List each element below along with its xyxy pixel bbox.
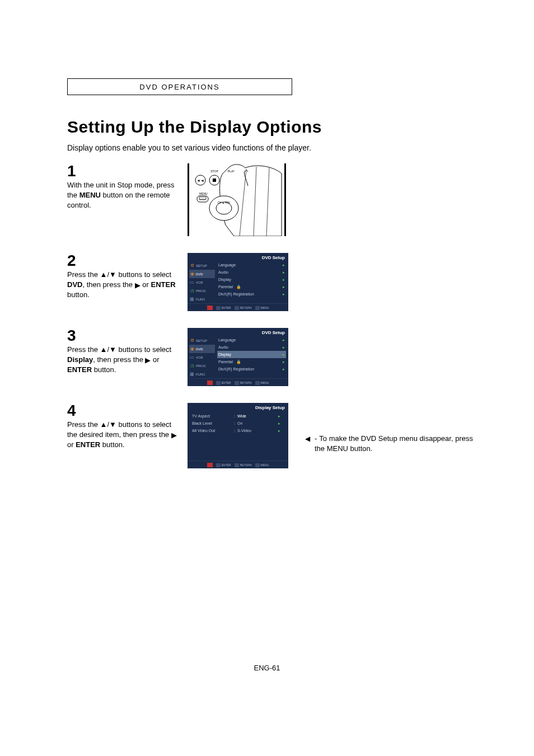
step-3-row: 3 Press the ▲/▼ buttons to select Displa…	[67, 328, 478, 386]
func-icon: ▦	[189, 297, 195, 302]
section-tab-label: DVD OPERATIONS	[139, 83, 219, 91]
red-box-icon	[207, 306, 213, 310]
red-box-icon	[207, 381, 213, 385]
arrow-right-icon: ▸	[283, 360, 285, 364]
arrow-right-icon: ▸	[283, 285, 285, 289]
arrow-right-icon: ▸	[278, 414, 284, 419]
svg-text:CH ▲ TRK: CH ▲ TRK	[218, 201, 230, 204]
red-box-icon	[207, 463, 213, 467]
right-triangle-icon: ▶	[145, 355, 151, 365]
step-2-body: Press the ▲/▼ buttons to select DVD, the…	[67, 270, 179, 300]
dvd-setup-osd-2: DVD Setup ⚙SETUP ◉DVD ▭VCR ◷PROG ▦FUNC L…	[188, 328, 288, 386]
step-1-num: 1	[67, 163, 179, 179]
dvd-setup-osd-1: DVD Setup ⚙SETUP ◉DVD ▭VCR ◷PROG ▦FUNC L…	[188, 253, 288, 311]
display-setup-osd: Display Setup TV Aspect:Wide▸ Black Leve…	[188, 403, 288, 468]
right-triangle-icon: ▶	[135, 280, 140, 290]
lock-icon: 🔒	[236, 360, 241, 364]
svg-text:MENU: MENU	[199, 192, 208, 195]
right-triangle-icon: ▶	[171, 430, 177, 440]
disc-icon: ◉	[189, 271, 195, 277]
arrow-right-icon: ▸	[283, 278, 285, 282]
arrow-right-icon: ▸	[283, 338, 285, 342]
svg-rect-3	[213, 179, 216, 182]
arrow-right-icon: ▸	[283, 263, 285, 267]
arrow-right-icon: ▸	[283, 345, 285, 350]
step-3-num: 3	[67, 328, 179, 344]
step-2-num: 2	[67, 253, 179, 269]
gear-icon: ⚙	[189, 263, 195, 269]
svg-text:◄◄: ◄◄	[196, 179, 204, 182]
arrow-right-icon: ▸	[283, 367, 285, 372]
side-note: ◀ -To make the DVD Setup menu disappear,…	[305, 434, 473, 454]
arrow-right-icon: ▸	[283, 353, 285, 357]
arrow-right-icon: ▸	[278, 429, 284, 433]
gear-icon: ⚙	[189, 338, 195, 344]
disc-icon: ◉	[189, 346, 195, 352]
section-tab: DVD OPERATIONS	[67, 78, 292, 95]
lock-icon: 🔒	[236, 285, 241, 289]
vcr-icon: ▭	[189, 280, 195, 285]
step-1-row: 1 With the unit in Stop mode, press the …	[67, 163, 478, 236]
svg-text:STOP: STOP	[210, 170, 218, 173]
arrow-right-icon: ▸	[278, 421, 284, 426]
arrow-right-icon: ▸	[283, 292, 285, 297]
step-4-body: Press the ▲/▼ buttons to select the desi…	[67, 420, 179, 450]
step-1-body: With the unit in Stop mode, press the ME…	[67, 180, 179, 211]
left-triangle-icon: ◀	[305, 435, 310, 443]
func-icon: ▦	[189, 372, 195, 377]
clock-icon: ◷	[189, 288, 195, 294]
arrow-right-icon: ▸	[283, 270, 285, 275]
page-footer: ENG-61	[0, 664, 534, 672]
svg-rect-7	[197, 196, 208, 202]
vcr-icon: ▭	[189, 355, 195, 360]
intro-text: Display options enable you to set variou…	[67, 143, 478, 152]
page-title: Setting Up the Display Options	[67, 118, 478, 137]
remote-illustration: ◄◄ STOP PLAY MENU CH ▲ TRK	[188, 163, 286, 236]
step-2-row: 2 Press the ▲/▼ buttons to select DVD, t…	[67, 253, 478, 311]
svg-text:PLAY: PLAY	[228, 170, 235, 173]
clock-icon: ◷	[189, 363, 195, 369]
step-4-num: 4	[67, 403, 179, 419]
step-3-body: Press the ▲/▼ buttons to select Display,…	[67, 345, 179, 375]
